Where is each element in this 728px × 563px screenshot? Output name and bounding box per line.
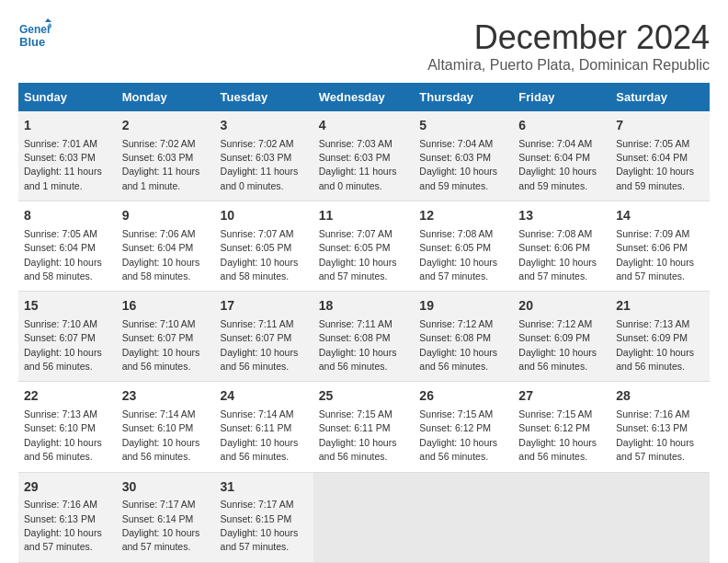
- calendar-cell: 8 Sunrise: 7:05 AMSunset: 6:04 PMDayligh…: [18, 201, 117, 292]
- day-info: Sunrise: 7:14 AMSunset: 6:10 PMDaylight:…: [122, 408, 200, 462]
- day-number: 9: [122, 207, 210, 225]
- day-number: 11: [319, 207, 409, 225]
- calendar-cell: [610, 472, 710, 562]
- page-container: General Blue December 2024 Altamira, Pue…: [18, 18, 710, 563]
- calendar-cell: 1 Sunrise: 7:01 AMSunset: 6:03 PMDayligh…: [18, 111, 117, 201]
- day-info: Sunrise: 7:13 AMSunset: 6:10 PMDaylight:…: [24, 408, 102, 462]
- calendar-cell: 24 Sunrise: 7:14 AMSunset: 6:11 PMDaylig…: [215, 382, 313, 472]
- day-info: Sunrise: 7:05 AMSunset: 6:04 PMDaylight:…: [616, 138, 694, 191]
- header-row: SundayMondayTuesdayWednesdayThursdayFrid…: [18, 83, 710, 111]
- day-number: 14: [616, 207, 704, 225]
- day-number: 31: [221, 478, 308, 497]
- day-number: 19: [419, 297, 507, 316]
- day-number: 10: [221, 207, 308, 225]
- day-number: 27: [518, 387, 605, 406]
- day-info: Sunrise: 7:12 AMSunset: 6:09 PMDaylight:…: [518, 318, 597, 372]
- weekday-header: Friday: [513, 83, 610, 111]
- day-number: 29: [24, 478, 111, 497]
- day-info: Sunrise: 7:13 AMSunset: 6:09 PMDaylight:…: [616, 318, 694, 372]
- day-info: Sunrise: 7:04 AMSunset: 6:03 PMDaylight:…: [419, 138, 497, 191]
- calendar-cell: 26 Sunrise: 7:15 AMSunset: 6:12 PMDaylig…: [414, 382, 513, 472]
- header: General Blue December 2024 Altamira, Pue…: [18, 18, 710, 74]
- day-info: Sunrise: 7:17 AMSunset: 6:15 PMDaylight:…: [221, 499, 299, 552]
- day-info: Sunrise: 7:15 AMSunset: 6:12 PMDaylight:…: [518, 408, 597, 462]
- day-number: 24: [221, 387, 308, 406]
- calendar-cell: 21 Sunrise: 7:13 AMSunset: 6:09 PMDaylig…: [610, 292, 710, 382]
- day-info: Sunrise: 7:08 AMSunset: 6:06 PMDaylight:…: [518, 228, 597, 282]
- calendar-cell: 29 Sunrise: 7:16 AMSunset: 6:13 PMDaylig…: [18, 472, 117, 562]
- day-number: 20: [518, 297, 605, 316]
- day-number: 23: [122, 387, 210, 406]
- logo: General Blue: [18, 18, 110, 52]
- day-info: Sunrise: 7:17 AMSunset: 6:14 PMDaylight:…: [122, 499, 200, 552]
- weekday-header: Sunday: [18, 83, 117, 111]
- day-number: 7: [616, 117, 704, 135]
- day-info: Sunrise: 7:09 AMSunset: 6:06 PMDaylight:…: [616, 228, 694, 282]
- day-info: Sunrise: 7:16 AMSunset: 6:13 PMDaylight:…: [616, 408, 694, 462]
- calendar-row: 15 Sunrise: 7:10 AMSunset: 6:07 PMDaylig…: [18, 292, 710, 382]
- day-number: 12: [419, 207, 507, 225]
- day-number: 30: [122, 478, 210, 497]
- calendar-cell: 18 Sunrise: 7:11 AMSunset: 6:08 PMDaylig…: [313, 292, 415, 382]
- svg-text:General: General: [19, 23, 51, 36]
- calendar-cell: 3 Sunrise: 7:02 AMSunset: 6:03 PMDayligh…: [215, 111, 313, 201]
- day-info: Sunrise: 7:04 AMSunset: 6:04 PMDaylight:…: [518, 138, 597, 191]
- calendar-row: 29 Sunrise: 7:16 AMSunset: 6:13 PMDaylig…: [18, 472, 710, 562]
- day-info: Sunrise: 7:15 AMSunset: 6:12 PMDaylight:…: [419, 408, 497, 462]
- calendar-cell: 16 Sunrise: 7:10 AMSunset: 6:07 PMDaylig…: [117, 292, 215, 382]
- calendar-cell: 13 Sunrise: 7:08 AMSunset: 6:06 PMDaylig…: [513, 201, 610, 292]
- calendar-cell: [513, 472, 610, 562]
- day-info: Sunrise: 7:14 AMSunset: 6:11 PMDaylight:…: [221, 408, 299, 462]
- calendar-cell: 9 Sunrise: 7:06 AMSunset: 6:04 PMDayligh…: [117, 201, 215, 292]
- day-number: 28: [616, 387, 704, 406]
- calendar-cell: 27 Sunrise: 7:15 AMSunset: 6:12 PMDaylig…: [513, 382, 610, 472]
- calendar-cell: 22 Sunrise: 7:13 AMSunset: 6:10 PMDaylig…: [18, 382, 117, 472]
- day-info: Sunrise: 7:03 AMSunset: 6:03 PMDaylight:…: [319, 138, 397, 191]
- calendar-cell: [414, 472, 513, 562]
- calendar-cell: 2 Sunrise: 7:02 AMSunset: 6:03 PMDayligh…: [117, 111, 215, 201]
- calendar-cell: [313, 472, 415, 562]
- calendar-row: 8 Sunrise: 7:05 AMSunset: 6:04 PMDayligh…: [18, 201, 710, 292]
- calendar-cell: 30 Sunrise: 7:17 AMSunset: 6:14 PMDaylig…: [117, 472, 215, 562]
- calendar-table: SundayMondayTuesdayWednesdayThursdayFrid…: [18, 83, 710, 563]
- day-number: 8: [24, 207, 111, 225]
- day-info: Sunrise: 7:02 AMSunset: 6:03 PMDaylight:…: [221, 138, 299, 191]
- calendar-cell: 20 Sunrise: 7:12 AMSunset: 6:09 PMDaylig…: [513, 292, 610, 382]
- calendar-cell: 31 Sunrise: 7:17 AMSunset: 6:15 PMDaylig…: [215, 472, 313, 562]
- day-info: Sunrise: 7:06 AMSunset: 6:04 PMDaylight:…: [122, 228, 200, 282]
- calendar-cell: 25 Sunrise: 7:15 AMSunset: 6:11 PMDaylig…: [313, 382, 415, 472]
- day-number: 4: [319, 117, 409, 135]
- weekday-header: Wednesday: [313, 83, 415, 111]
- day-number: 21: [616, 297, 704, 316]
- day-number: 25: [319, 387, 409, 406]
- calendar-cell: 4 Sunrise: 7:03 AMSunset: 6:03 PMDayligh…: [313, 111, 415, 201]
- day-info: Sunrise: 7:05 AMSunset: 6:04 PMDaylight:…: [24, 228, 102, 282]
- weekday-header: Saturday: [610, 83, 710, 111]
- day-info: Sunrise: 7:07 AMSunset: 6:05 PMDaylight:…: [221, 228, 299, 282]
- calendar-row: 22 Sunrise: 7:13 AMSunset: 6:10 PMDaylig…: [18, 382, 710, 472]
- day-number: 26: [419, 387, 507, 406]
- day-info: Sunrise: 7:02 AMSunset: 6:03 PMDaylight:…: [122, 138, 200, 191]
- day-number: 13: [518, 207, 605, 225]
- calendar-cell: 11 Sunrise: 7:07 AMSunset: 6:05 PMDaylig…: [313, 201, 415, 292]
- calendar-cell: 15 Sunrise: 7:10 AMSunset: 6:07 PMDaylig…: [18, 292, 117, 382]
- calendar-row: 1 Sunrise: 7:01 AMSunset: 6:03 PMDayligh…: [18, 111, 710, 201]
- day-info: Sunrise: 7:15 AMSunset: 6:11 PMDaylight:…: [319, 408, 397, 462]
- day-number: 6: [518, 117, 605, 135]
- day-number: 22: [24, 387, 111, 406]
- day-info: Sunrise: 7:16 AMSunset: 6:13 PMDaylight:…: [24, 499, 102, 552]
- logo-brand: General Blue: [18, 18, 55, 52]
- day-number: 3: [221, 117, 308, 135]
- weekday-header: Monday: [117, 83, 215, 111]
- day-number: 1: [24, 117, 111, 135]
- day-info: Sunrise: 7:01 AMSunset: 6:03 PMDaylight:…: [24, 138, 102, 191]
- weekday-header: Thursday: [414, 83, 513, 111]
- day-number: 15: [24, 297, 111, 316]
- day-number: 2: [122, 117, 210, 135]
- day-info: Sunrise: 7:12 AMSunset: 6:08 PMDaylight:…: [419, 318, 497, 372]
- calendar-cell: 14 Sunrise: 7:09 AMSunset: 6:06 PMDaylig…: [610, 201, 710, 292]
- calendar-cell: 5 Sunrise: 7:04 AMSunset: 6:03 PMDayligh…: [414, 111, 513, 201]
- calendar-cell: 19 Sunrise: 7:12 AMSunset: 6:08 PMDaylig…: [414, 292, 513, 382]
- day-info: Sunrise: 7:11 AMSunset: 6:08 PMDaylight:…: [319, 318, 397, 372]
- day-number: 17: [221, 297, 308, 316]
